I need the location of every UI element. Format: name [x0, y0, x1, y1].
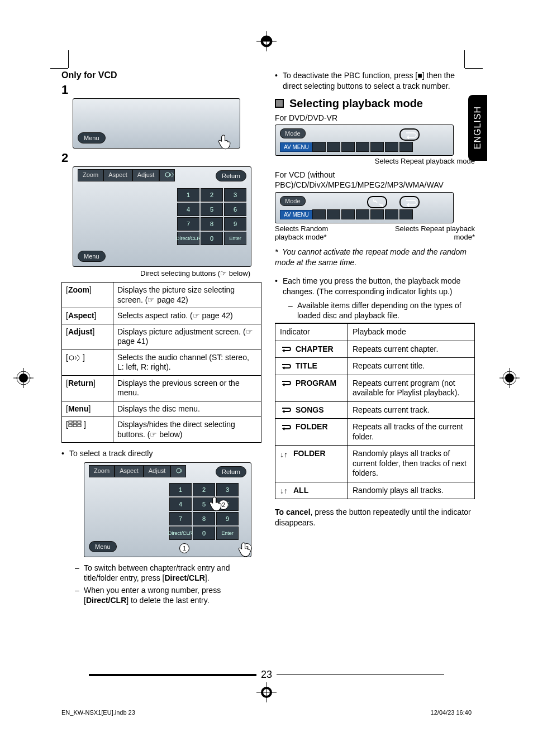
key-direct-clr[interactable]: Direct/CLR	[169, 527, 192, 540]
tab-return[interactable]: Return	[216, 170, 246, 181]
key-5[interactable]: 5	[201, 203, 223, 216]
tab-row-2: Zoom Aspect Adjust	[89, 465, 186, 477]
highlight-random	[367, 196, 387, 208]
cell-key-audio-icon: []	[62, 350, 113, 375]
btn-prevfolder-icon[interactable]	[312, 209, 326, 219]
tab2-audio-icon[interactable]	[170, 465, 186, 477]
screenshot2-menu-button[interactable]: Menu	[78, 251, 106, 262]
tab2-adjust[interactable]: Adjust	[144, 465, 171, 477]
tab2-zoom[interactable]: Zoom	[89, 465, 115, 477]
t2b: Direct/CLR	[86, 596, 126, 605]
table-row: FOLDERRepeats all tracks of the current …	[275, 419, 475, 446]
highlight-repeat-2	[399, 196, 420, 208]
key-enter[interactable]: Enter	[224, 232, 246, 245]
caption-repeat: Selects Repeat playback mode*	[391, 224, 475, 241]
btn-list-icon[interactable]	[327, 142, 340, 152]
btn-prevfolder-icon[interactable]	[312, 142, 326, 152]
key-enter[interactable]: Enter	[216, 527, 239, 540]
btn-nextfolder-icon[interactable]	[341, 209, 355, 219]
tab-audio-icon[interactable]	[159, 169, 175, 181]
cell-key-adjust: [Adjust]	[62, 324, 113, 350]
section-heading-selecting-mode: Selecting playback mode	[275, 97, 475, 110]
btn-play-icon[interactable]	[370, 209, 384, 219]
key-6[interactable]: 6	[224, 203, 246, 216]
key-4[interactable]: 4	[169, 497, 192, 511]
svg-point-25	[177, 468, 181, 473]
table-row: SONGSRepeats current track.	[275, 401, 475, 419]
tab-row: Zoom Aspect Adjust	[78, 169, 175, 181]
avmenu-button[interactable]: AV MENU	[280, 142, 313, 152]
btn-stop-icon[interactable]	[370, 142, 384, 152]
key-9[interactable]: 9	[224, 217, 246, 231]
svg-rect-19	[69, 421, 72, 423]
ind-mode: Repeats current program (not available f…	[348, 375, 475, 401]
ind-mode: Randomly plays all tracks.	[348, 482, 475, 499]
screenshot-menu-button[interactable]: Menu	[78, 132, 106, 143]
tab-aspect[interactable]: Aspect	[103, 169, 132, 181]
tab2-return[interactable]: Return	[216, 466, 246, 477]
footer-timestamp: 12/04/23 16:40	[431, 709, 472, 716]
btn-prev-icon[interactable]	[356, 142, 369, 152]
avmenu-button-2[interactable]: AV MENU	[280, 210, 313, 219]
cell-val: Displays/hides the direct selecting butt…	[113, 417, 261, 443]
key-1[interactable]: 1	[169, 483, 192, 496]
lbl-aspect: Aspect	[68, 311, 94, 320]
tab-zoom[interactable]: Zoom	[78, 169, 103, 181]
bullet-deactivate-pbc: To deactivate the PBC function, press [■…	[275, 70, 475, 92]
heading-only-for-vcd: Only for VCD	[61, 70, 261, 80]
tab2-aspect[interactable]: Aspect	[115, 465, 144, 477]
key-3[interactable]: 3	[224, 188, 246, 202]
svg-rect-22	[69, 424, 72, 427]
registration-mark-right	[499, 368, 520, 388]
section-box-icon	[275, 99, 284, 108]
note-star-text: You cannot activate the repeat mode and …	[275, 247, 467, 267]
transport-buttons-2	[312, 209, 413, 219]
footer-filename: EN_KW-NSX1[EU].indb 23	[61, 709, 135, 716]
btn-pause-icon[interactable]	[399, 209, 413, 219]
ind-label: TITLE	[296, 361, 317, 371]
registration-mark-top	[256, 31, 277, 51]
table-row: CHAPTERRepeats current chapter.	[275, 341, 475, 358]
key-7[interactable]: 7	[177, 217, 199, 231]
finger-icon	[214, 132, 233, 151]
indicator-table: Indicator Playback mode CHAPTERRepeats c…	[275, 323, 475, 499]
btn-next-icon[interactable]	[385, 142, 398, 152]
subhead-for-vcd: For VCD (without PBC)/CD/DivX/MPEG1/MPEG…	[275, 170, 475, 190]
btn-list-icon[interactable]	[327, 209, 340, 219]
shuffle-icon: ↓↑	[280, 486, 290, 494]
ind-mode: Repeats current title.	[348, 358, 475, 375]
key-direct-clr[interactable]: Direct/CLR	[177, 232, 199, 245]
key-4[interactable]: 4	[177, 203, 199, 216]
screenshot-step1: Menu	[73, 98, 240, 149]
key-8[interactable]: 8	[201, 217, 223, 231]
table-row: TITLERepeats current title.	[275, 358, 475, 375]
key-0[interactable]: 0	[193, 527, 215, 540]
key-1[interactable]: 1	[177, 188, 199, 202]
table-row: [Aspect]Selects aspect ratio. (☞ page 42…	[62, 308, 261, 324]
key-8[interactable]: 8	[193, 512, 215, 525]
svg-point-17	[165, 173, 170, 177]
key-9[interactable]: 9	[216, 512, 239, 525]
screenshot3-menu-button[interactable]: Menu	[89, 541, 117, 552]
caption-direct-buttons: Direct selecting buttons (☞ below)	[61, 269, 250, 277]
table-row: ↓↑FOLDERRandomly plays all tracks of cur…	[275, 446, 475, 482]
btn-next-icon[interactable]	[385, 209, 398, 219]
mode-tag-2[interactable]: Mode	[280, 196, 306, 206]
btn-nextfolder-icon[interactable]	[341, 142, 355, 152]
table-row: [Zoom]Displays the picture size selectin…	[62, 283, 261, 308]
btn-prev-icon[interactable]	[356, 209, 369, 219]
t2c: ] to delete the last entry.	[126, 596, 209, 605]
key-2[interactable]: 2	[201, 188, 223, 202]
screenshot-mode-dvd: Mode AV MENU	[275, 125, 454, 156]
cell-val: Selects aspect ratio. (☞ page 42)	[113, 308, 261, 324]
btn-playpause-icon[interactable]	[399, 142, 413, 152]
ind-label: FOLDER	[296, 422, 328, 432]
tab-adjust[interactable]: Adjust	[132, 169, 160, 181]
dash-wrong-number: When you enter a wrong number, press [Di…	[75, 585, 261, 605]
key-7[interactable]: 7	[169, 512, 192, 525]
finger-icon-2	[205, 494, 224, 513]
key-0[interactable]: 0	[201, 232, 223, 245]
to-cancel-label: To cancel	[275, 508, 311, 516]
ind-mode: Randomly plays all tracks of current fol…	[348, 446, 475, 482]
mode-tag[interactable]: Mode	[280, 128, 306, 138]
